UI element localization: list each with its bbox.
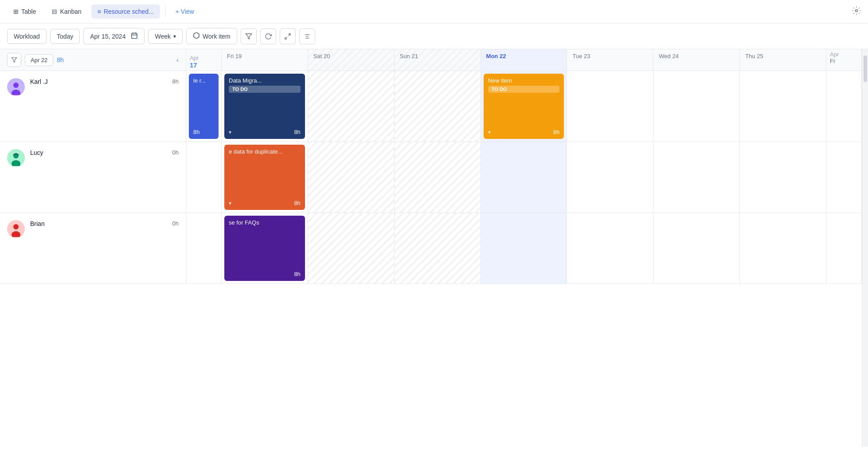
- avatar-brian: [7, 220, 25, 238]
- svg-marker-11: [12, 58, 17, 63]
- chevron-down-icon: ▾: [173, 33, 176, 39]
- date-label: Apr 15, 2024: [90, 33, 125, 40]
- svg-line-7: [285, 37, 287, 39]
- day-columns: Fri 19 Sat 20 Sun 21 Mon 22: [222, 49, 862, 71]
- cube-icon: [193, 32, 200, 40]
- sidebar-header: Apr 22 8h ‹: [0, 49, 186, 71]
- scroll-thumb[interactable]: [864, 55, 867, 82]
- karl-cell-fr: [826, 71, 862, 142]
- svg-point-19: [13, 224, 19, 229]
- lucy-cell-mon22: [481, 142, 567, 213]
- karl-task-mon22[interactable]: New item TO DO ▾ 8h: [484, 74, 564, 139]
- user-info-lucy: Lucy 0h: [0, 142, 186, 213]
- karl-task-partial[interactable]: le r... 8h: [189, 74, 219, 139]
- svg-marker-5: [246, 34, 251, 39]
- toolbar: Workload Today Apr 15, 2024 Week ▾ Work …: [0, 24, 868, 49]
- col-header-sun21: Sun 21: [395, 49, 481, 71]
- sidebar-filter-btn[interactable]: [7, 53, 21, 67]
- work-item-label: Work item: [203, 33, 231, 40]
- svg-rect-1: [132, 33, 137, 39]
- expand-btn[interactable]: [280, 28, 296, 44]
- date-badge: Apr 22: [25, 54, 53, 66]
- karl-cell-tue23: [567, 71, 653, 142]
- brian-cell-sat20: [308, 213, 395, 284]
- user-info-brian: Brian 0h: [0, 213, 186, 284]
- lucy-cell-fr: [826, 142, 862, 213]
- calendar-header: Apr 17 Fri 19 Sat 20 Sun 21: [186, 49, 862, 71]
- brian-cell-tue23: [567, 213, 653, 284]
- svg-line-6: [288, 34, 290, 36]
- week-dropdown-btn[interactable]: Week ▾: [148, 29, 183, 44]
- user-name-brian: Brian: [30, 220, 167, 227]
- user-hours-lucy: 0h: [172, 149, 179, 156]
- col-header-mon22: Mon 22: [481, 49, 567, 71]
- lucy-cell-sun21: [395, 142, 481, 213]
- lucy-cell-fri19: e data for duplicate... ▾ 8h: [222, 142, 308, 213]
- user-name-karl: Karl .J: [30, 78, 167, 85]
- prev-arrow[interactable]: ‹: [176, 56, 179, 63]
- brian-cell-partial: [186, 213, 222, 284]
- karl-task-fri19[interactable]: Data Migra... TO DO ▾ 8h: [224, 74, 305, 139]
- lucy-cell-wed24: [653, 142, 740, 213]
- karl-cell-wed24: [653, 71, 740, 142]
- karl-cell-thu25: [740, 71, 826, 142]
- user-hours-karl: 8h: [172, 78, 179, 85]
- week-label: Week: [155, 33, 171, 40]
- lucy-cell-partial: [186, 142, 222, 213]
- brian-task-fri19[interactable]: se for FAQs 8h: [224, 216, 305, 281]
- col-header-thu25: Thu 25: [740, 49, 826, 71]
- brian-cell-sun21: [395, 213, 481, 284]
- kanban-icon: ⊟: [52, 8, 57, 15]
- user-row-lucy: Lucy 0h e data for duplicate... ▾ 8h: [0, 142, 862, 213]
- brian-cell-fr: [826, 213, 862, 284]
- svg-point-0: [856, 10, 858, 12]
- user-row-karl: Karl .J 8h le r... 8h: [0, 71, 862, 142]
- filter-btn[interactable]: [241, 28, 257, 44]
- kanban-nav-btn[interactable]: ⊟ Kanban: [46, 4, 87, 19]
- user-row-brian: Brian 0h se for FAQs 8h: [0, 213, 862, 284]
- karl-cell-sat20: [308, 71, 395, 142]
- col-header-fri19: Fri 19: [222, 49, 308, 71]
- hours-badge: 8h: [57, 56, 64, 63]
- work-item-btn[interactable]: Work item: [186, 28, 237, 44]
- brian-cell-wed24: [653, 213, 740, 284]
- karl-cell-sun21: [395, 71, 481, 142]
- table-nav-btn[interactable]: ⊞ Table: [7, 4, 42, 19]
- options-btn[interactable]: [299, 28, 315, 44]
- date-picker-btn[interactable]: Apr 15, 2024: [83, 28, 145, 44]
- add-view-btn[interactable]: + View: [171, 4, 199, 19]
- brian-cell-thu25: [740, 213, 826, 284]
- today-label: Today: [57, 33, 73, 40]
- avatar-lucy: [7, 149, 25, 167]
- lucy-cell-tue23: [567, 142, 653, 213]
- today-btn[interactable]: Today: [50, 29, 80, 44]
- workload-label: Workload: [14, 33, 40, 40]
- top-nav: ⊞ Table ⊟ Kanban ≡ Resource sched... + V…: [0, 0, 868, 24]
- user-hours-brian: 0h: [172, 220, 179, 227]
- brian-cell-mon22: [481, 213, 567, 284]
- users-list: Karl .J 8h le r... 8h: [0, 71, 862, 447]
- calendar-icon: [131, 32, 138, 40]
- scrollbar[interactable]: [862, 49, 868, 447]
- settings-icon[interactable]: [852, 6, 861, 17]
- col-header-wed24: Wed 24: [653, 49, 740, 71]
- refresh-btn[interactable]: [260, 28, 276, 44]
- avatar-karl: [7, 78, 25, 96]
- col-header-tue23: Tue 23: [567, 49, 653, 71]
- lucy-cell-thu25: [740, 142, 826, 213]
- lucy-cell-sat20: [308, 142, 395, 213]
- svg-point-13: [13, 83, 19, 88]
- user-info-karl: Karl .J 8h: [0, 71, 186, 142]
- karl-cell-fri19: Data Migra... TO DO ▾ 8h: [222, 71, 308, 142]
- brian-cell-fri19: se for FAQs 8h: [222, 213, 308, 284]
- resource-sched-nav-btn[interactable]: ≡ Resource sched...: [91, 4, 160, 19]
- month-left: Apr 17: [186, 49, 222, 71]
- karl-cell-mon22: New item TO DO ▾ 8h: [481, 71, 567, 142]
- karl-cell-partial: le r... 8h: [186, 71, 222, 142]
- col-header-sat20: Sat 20: [308, 49, 395, 71]
- table-icon: ⊞: [13, 8, 19, 15]
- workload-btn[interactable]: Workload: [7, 29, 47, 44]
- user-name-lucy: Lucy: [30, 149, 167, 156]
- lucy-task-fri19[interactable]: e data for duplicate... ▾ 8h: [224, 145, 305, 210]
- resource-icon: ≡: [98, 8, 101, 15]
